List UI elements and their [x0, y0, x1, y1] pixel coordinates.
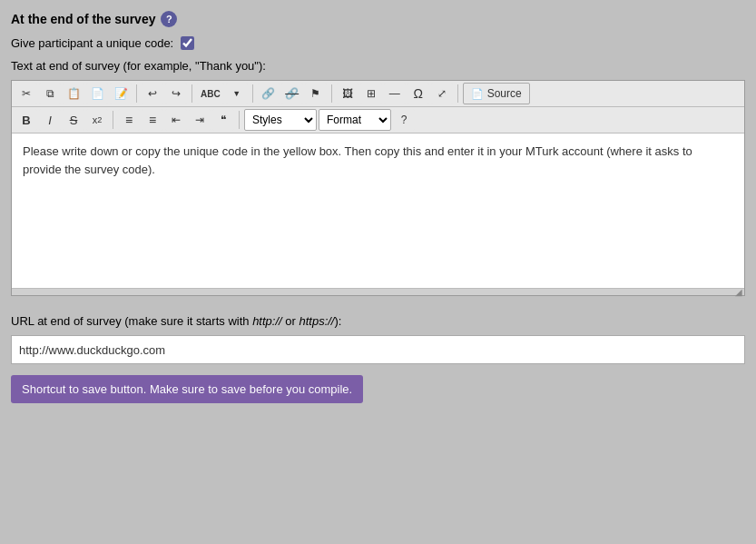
ordered-list-button[interactable]: ≡ [118, 109, 140, 131]
checkbox-label: Give participant a unique code: [11, 36, 173, 50]
unordered-list-button[interactable]: ≡ [142, 109, 163, 131]
styles-dropdown[interactable]: Styles [244, 109, 317, 131]
url-label-prefix: URL at end of survey (make sure it start… [11, 314, 252, 328]
editor-help-button[interactable]: ? [393, 109, 415, 131]
hr-button[interactable]: — [384, 83, 406, 104]
section-title: At the end of the survey ? [11, 11, 745, 27]
paste-button[interactable]: 📋 [63, 83, 84, 104]
toolbar-separator-3 [252, 84, 253, 103]
unique-code-checkbox[interactable] [181, 36, 194, 50]
format-dropdown[interactable]: Format [319, 109, 391, 131]
outdent-button[interactable]: ⇤ [165, 109, 187, 131]
paste-text-button[interactable]: 📄 [86, 83, 108, 104]
url-label: URL at end of survey (make sure it start… [11, 314, 745, 328]
editor-text: Please write down or copy the unique cod… [23, 144, 692, 176]
source-icon: 📄 [471, 88, 484, 100]
help-icon[interactable]: ? [161, 11, 177, 27]
source-label: Source [487, 87, 522, 100]
checkbox-row: Give participant a unique code: [11, 36, 745, 50]
strikethrough-button[interactable]: S [63, 109, 84, 131]
unlink-button[interactable]: 🔗 [281, 83, 303, 104]
paste-word-button[interactable]: 📝 [110, 83, 132, 104]
toolbar-separator-5 [457, 84, 458, 103]
image-button[interactable]: 🖼 [337, 83, 358, 104]
toolbar-separator-2 [191, 84, 192, 103]
toolbar-separator-1 [136, 84, 137, 103]
blockquote-button[interactable]: ❝ [212, 109, 234, 131]
editor-label: Text at end of survey (for example, "Tha… [11, 59, 745, 73]
indent-button[interactable]: ⇥ [189, 109, 211, 131]
rich-text-editor: ✂ ⧉ 📋 📄 📝 ↩ ↪ ABC ▼ 🔗 🔗 ⚑ 🖼 ⊞ — Ω ⤢ 📄 So… [11, 80, 745, 296]
source-button[interactable]: 📄 Source [463, 83, 530, 104]
toolbar-separator-4 [331, 84, 332, 103]
redo-button[interactable]: ↪ [165, 83, 187, 104]
italic-button[interactable]: I [39, 109, 61, 131]
maximize-button[interactable]: ⤢ [431, 83, 453, 104]
spellcheck-button[interactable]: ABC [197, 83, 224, 104]
copy-button[interactable]: ⧉ [39, 83, 61, 104]
link-button[interactable]: 🔗 [258, 83, 280, 104]
special-chars-button[interactable]: Ω [407, 83, 429, 104]
toolbar-row-2: B I S x2 ≡ ≡ ⇤ ⇥ ❝ Styles Format ? [12, 107, 744, 134]
shortcut-bar-text: Shortcut to save button. Make sure to sa… [22, 382, 352, 396]
url-label-http: http:// [252, 314, 282, 328]
section-title-text: At the end of the survey [11, 12, 155, 26]
toolbar-separator-7 [239, 111, 240, 129]
editor-content-area[interactable]: Please write down or copy the unique cod… [12, 134, 744, 288]
url-label-suffix: ): [334, 314, 341, 328]
url-label-or: or [282, 314, 299, 328]
subscript-button[interactable]: x2 [86, 109, 108, 131]
spellcheck-dropdown[interactable]: ▼ [226, 83, 248, 104]
editor-resize-handle[interactable]: ◢ [12, 288, 744, 295]
toolbar-separator-6 [113, 111, 113, 129]
undo-button[interactable]: ↩ [142, 83, 163, 104]
cut-button[interactable]: ✂ [15, 83, 37, 104]
bold-button[interactable]: B [15, 109, 37, 131]
anchor-button[interactable]: ⚑ [305, 83, 327, 104]
toolbar-row-1: ✂ ⧉ 📋 📄 📝 ↩ ↪ ABC ▼ 🔗 🔗 ⚑ 🖼 ⊞ — Ω ⤢ 📄 So… [12, 81, 744, 107]
url-input[interactable] [11, 335, 745, 364]
shortcut-bar: Shortcut to save button. Make sure to sa… [11, 375, 363, 403]
url-label-https: https:// [299, 314, 334, 328]
resize-icon: ◢ [735, 287, 742, 297]
table-button[interactable]: ⊞ [360, 83, 382, 104]
